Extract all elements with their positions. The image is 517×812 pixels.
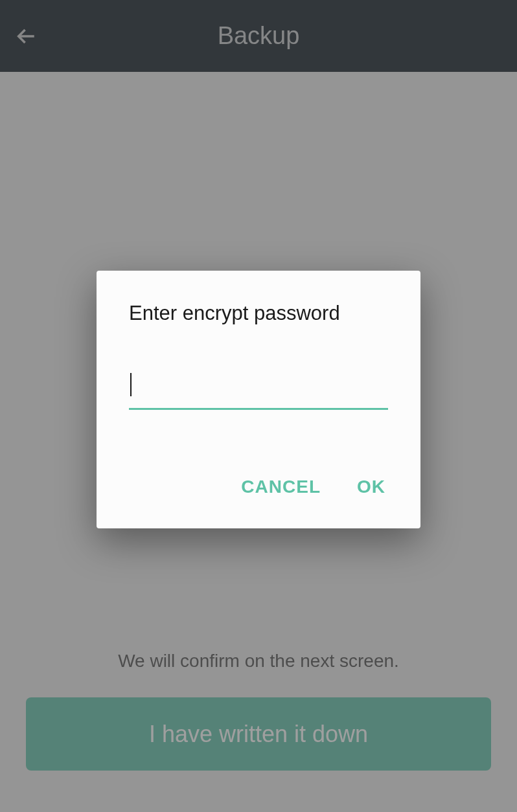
cancel-button[interactable]: CANCEL	[238, 471, 323, 502]
dialog-actions: CANCEL OK	[129, 471, 388, 502]
modal-overlay[interactable]: Enter encrypt password CANCEL OK	[0, 0, 517, 812]
password-dialog: Enter encrypt password CANCEL OK	[97, 271, 420, 528]
ok-button[interactable]: OK	[354, 471, 388, 502]
input-container	[129, 370, 388, 410]
dialog-title: Enter encrypt password	[129, 302, 388, 325]
password-input[interactable]	[129, 370, 388, 410]
text-cursor	[130, 373, 132, 396]
